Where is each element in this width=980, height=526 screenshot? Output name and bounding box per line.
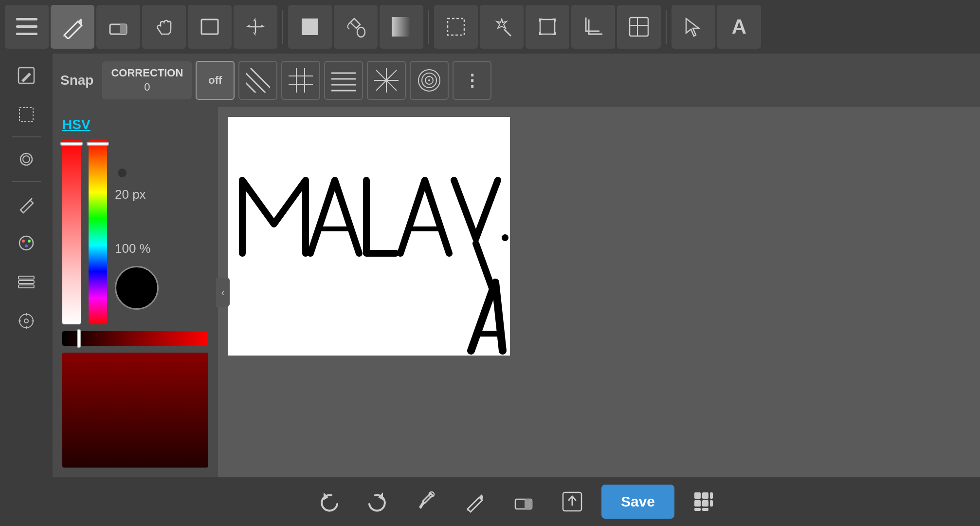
svg-line-10 <box>504 29 511 36</box>
cursor-tool-button[interactable] <box>671 5 715 49</box>
svg-rect-9 <box>448 19 464 35</box>
export-button[interactable] <box>617 5 661 49</box>
svg-rect-2 <box>16 33 37 35</box>
snap-diagonal-button[interactable] <box>238 61 277 100</box>
snap-concentric-icon <box>417 68 441 93</box>
panel-collapse-button[interactable]: ‹ <box>216 278 230 307</box>
snap-radial-button[interactable] <box>367 61 406 100</box>
drawing-canvas[interactable] <box>228 117 510 356</box>
svg-rect-60 <box>694 500 701 507</box>
correction-button[interactable]: CORRECTION 0 <box>102 61 192 99</box>
toolbar-divider-2 <box>428 10 429 44</box>
brightness-slider[interactable] <box>62 331 208 346</box>
saturation-slider[interactable] <box>62 139 81 324</box>
svg-point-23 <box>25 244 28 247</box>
color-preview-container <box>115 266 208 310</box>
sidebar-layers2-button[interactable] <box>9 265 43 299</box>
svg-point-22 <box>28 240 31 243</box>
hue-thumb <box>87 142 109 146</box>
top-toolbar: A <box>0 0 980 54</box>
gradient-tool-button[interactable] <box>380 5 423 49</box>
sidebar-edit-button[interactable] <box>9 58 43 93</box>
sidebar-effects-button[interactable] <box>9 304 43 338</box>
snap-concentric-button[interactable] <box>410 61 449 100</box>
svg-rect-58 <box>702 492 708 499</box>
snap-off-button[interactable]: off <box>196 61 235 100</box>
pencil-tool-button[interactable] <box>51 5 94 49</box>
svg-line-19 <box>30 198 32 200</box>
eraser-tool-button[interactable] <box>96 5 140 49</box>
sidebar-layers-button[interactable] <box>9 142 43 176</box>
bottom-grid-button[interactable] <box>684 482 723 521</box>
svg-point-18 <box>23 156 30 163</box>
size-display: 20 px <box>115 187 208 202</box>
svg-rect-11 <box>540 19 555 34</box>
transform-tool-button[interactable] <box>526 5 569 49</box>
snap-horizontal-icon <box>331 68 356 93</box>
opacity-display: 100 % <box>115 241 208 256</box>
svg-rect-24 <box>18 276 34 279</box>
dot-indicator <box>118 169 127 177</box>
svg-rect-4 <box>120 24 127 34</box>
bottom-eraser-button[interactable] <box>504 482 543 521</box>
svg-point-52 <box>502 234 508 241</box>
svg-point-7 <box>357 27 365 37</box>
rectangle-tool-button[interactable] <box>188 5 232 49</box>
svg-rect-8 <box>392 17 411 37</box>
brush-size-label: 20 px <box>115 187 146 202</box>
bottom-export-button[interactable] <box>553 482 592 521</box>
svg-point-28 <box>24 319 28 323</box>
svg-rect-0 <box>16 18 37 20</box>
bucket-tool-button[interactable] <box>334 5 378 49</box>
svg-rect-16 <box>19 108 33 121</box>
hand-tool-button[interactable] <box>142 5 186 49</box>
svg-rect-64 <box>702 508 708 511</box>
saturation-thumb <box>60 142 83 146</box>
snap-horizontal-button[interactable] <box>324 61 363 100</box>
svg-rect-62 <box>710 500 713 507</box>
menu-button[interactable] <box>5 5 49 49</box>
snap-off-label: off <box>208 74 222 87</box>
magic-wand-button[interactable] <box>480 5 524 49</box>
svg-rect-5 <box>201 19 218 34</box>
bottom-pencil-button[interactable] <box>455 482 494 521</box>
svg-point-21 <box>22 240 25 243</box>
toolbar-divider-1 <box>282 10 283 44</box>
bottom-toolbar: Save <box>53 477 980 526</box>
selection-tool-button[interactable] <box>434 5 478 49</box>
canvas-svg <box>228 117 510 356</box>
color-info: 20 px 100 % <box>115 139 208 310</box>
sidebar-brush-button[interactable] <box>9 187 43 221</box>
sidebar-palette-button[interactable] <box>9 226 43 260</box>
redo-button[interactable] <box>358 482 397 521</box>
eyedropper-button[interactable] <box>407 482 446 521</box>
dark-color-slider[interactable] <box>62 353 208 468</box>
text-tool-button[interactable]: A <box>717 5 761 49</box>
crop-tool-button[interactable] <box>571 5 615 49</box>
snap-grid-icon <box>289 68 313 93</box>
undo-button[interactable] <box>309 482 348 521</box>
color-mode-label[interactable]: HSV <box>62 117 208 132</box>
svg-rect-55 <box>525 499 532 509</box>
svg-point-17 <box>20 153 32 165</box>
color-preview[interactable] <box>115 266 159 310</box>
fill-color-button[interactable] <box>288 5 332 49</box>
snap-radial-icon <box>374 68 399 93</box>
hue-slider[interactable] <box>89 139 107 324</box>
toolbar-divider-3 <box>666 10 667 44</box>
sidebar-divider-2 <box>12 181 41 182</box>
sidebar-selection-button[interactable] <box>9 97 43 132</box>
color-panel: HSV 20 px <box>53 107 218 477</box>
brightness-thumb <box>77 329 81 348</box>
snap-toolbar: Snap CORRECTION 0 off <box>53 54 980 107</box>
snap-more-button[interactable]: ⋮ <box>453 61 491 100</box>
svg-rect-57 <box>694 492 701 499</box>
canvas-container <box>218 107 980 477</box>
save-button[interactable]: Save <box>601 485 674 519</box>
move-tool-button[interactable] <box>234 5 277 49</box>
svg-point-27 <box>19 314 33 328</box>
svg-point-20 <box>19 236 33 250</box>
snap-grid-button[interactable] <box>281 61 320 100</box>
svg-rect-26 <box>18 285 34 288</box>
svg-rect-6 <box>302 19 318 35</box>
